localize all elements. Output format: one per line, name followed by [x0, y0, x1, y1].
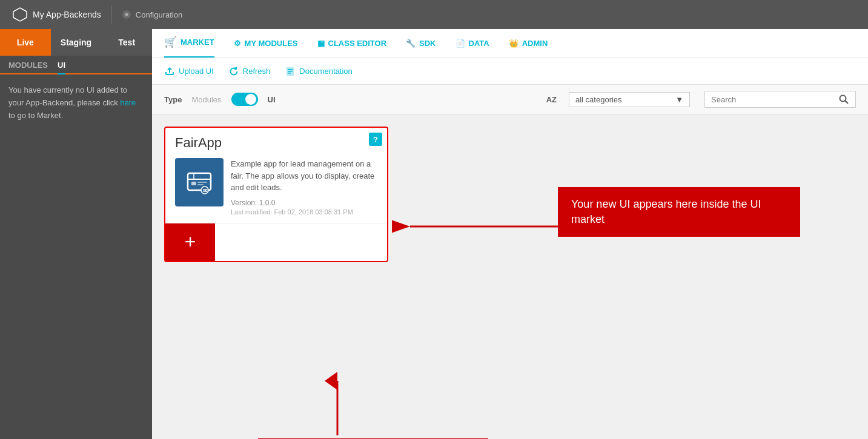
- card-icon: ✉: [175, 158, 224, 206]
- tab-test[interactable]: Test: [101, 29, 152, 56]
- section-ui[interactable]: UI: [58, 61, 65, 74]
- svg-point-6: [840, 96, 846, 102]
- search-icon: [838, 94, 849, 105]
- ui-label: UI: [268, 95, 276, 104]
- upload-ui-button[interactable]: Upload UI: [164, 66, 214, 77]
- card-title: FairApp: [175, 135, 377, 151]
- nav-my-modules[interactable]: ⚙ MY MODULES: [234, 39, 298, 48]
- sidebar-info: You have currently no UI added to your A…: [0, 74, 152, 131]
- modules-label: Modules: [191, 95, 221, 104]
- config-item[interactable]: Configuration: [121, 9, 182, 20]
- basket-icon: 🛒: [164, 36, 177, 48]
- svg-rect-5: [288, 73, 291, 74]
- crown-icon: 👑: [509, 39, 518, 48]
- svg-rect-12: [197, 182, 207, 183]
- nav-class-editor[interactable]: ▦ CLASS EDITOR: [317, 39, 387, 48]
- refresh-button[interactable]: Refresh: [228, 66, 271, 77]
- nav-data[interactable]: 📄 DATA: [456, 39, 489, 48]
- market-link[interactable]: here: [120, 98, 136, 107]
- add-to-backend-button[interactable]: +: [165, 223, 215, 261]
- card-last-modified: Last modified: Feb 02, 2018 03:08:31 PM: [231, 208, 377, 216]
- az-icon: AZ: [546, 95, 557, 104]
- svg-line-7: [846, 101, 849, 104]
- nav-market[interactable]: 🛒 MARKET: [164, 29, 214, 58]
- tab-staging[interactable]: Staging: [51, 29, 102, 56]
- svg-text:✉: ✉: [203, 188, 208, 194]
- svg-marker-0: [13, 8, 27, 21]
- svg-rect-3: [288, 69, 293, 70]
- section-modules[interactable]: MODULES: [8, 61, 48, 73]
- app-logo: My App-Backends: [12, 7, 101, 22]
- doc-icon: 📄: [456, 39, 465, 48]
- svg-rect-13: [197, 184, 204, 185]
- category-select[interactable]: all categories ▼: [569, 92, 690, 107]
- nav-sdk[interactable]: 🔧 SDK: [406, 39, 436, 48]
- type-toggle[interactable]: [231, 93, 258, 106]
- svg-rect-4: [288, 71, 293, 72]
- card-help-button[interactable]: ?: [369, 133, 382, 146]
- ui-card: ? FairApp: [164, 127, 388, 262]
- documentation-button[interactable]: Documentation: [285, 66, 352, 77]
- tab-live[interactable]: Live: [0, 29, 51, 56]
- wrench-icon: 🔧: [406, 39, 416, 48]
- nav-admin[interactable]: 👑 ADMIN: [509, 39, 548, 48]
- svg-rect-11: [191, 182, 196, 185]
- card-description: Example app for lead management on a fai…: [231, 158, 377, 194]
- app-name: My App-Backends: [33, 10, 101, 19]
- search-input[interactable]: [711, 95, 838, 104]
- table-icon: ▦: [317, 39, 325, 48]
- card-version: Version: 1.0.0: [231, 199, 377, 207]
- config-label: Configuration: [136, 10, 182, 19]
- gear-icon: ⚙: [234, 39, 241, 48]
- type-label: Type: [164, 95, 182, 104]
- search-box: [704, 91, 856, 108]
- callout-ui-market: Your new UI appears here inside the UI m…: [558, 187, 800, 237]
